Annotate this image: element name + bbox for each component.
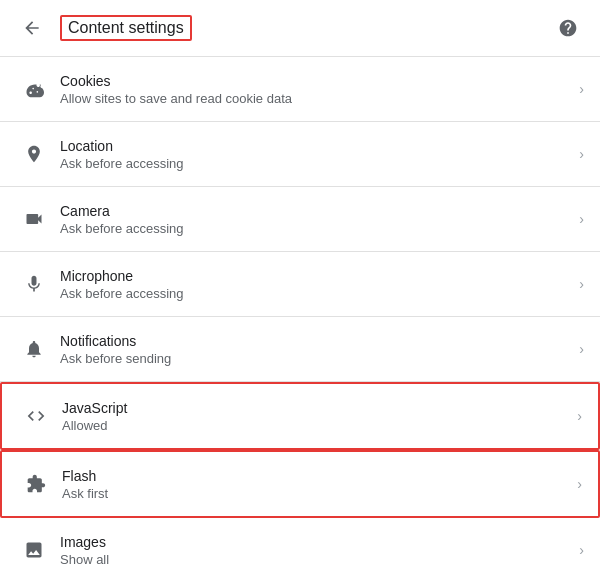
back-button[interactable] xyxy=(16,12,48,44)
puzzle-icon xyxy=(18,466,54,502)
cookies-title: Cookies xyxy=(60,73,571,89)
cookies-arrow: › xyxy=(579,81,584,97)
images-arrow: › xyxy=(579,542,584,558)
cookies-content: Cookies Allow sites to save and read coo… xyxy=(60,73,571,106)
settings-item-flash[interactable]: Flash Ask first › xyxy=(0,450,600,518)
microphone-subtitle: Ask before accessing xyxy=(60,286,571,301)
header-left: Content settings xyxy=(16,12,192,44)
help-icon xyxy=(558,18,578,38)
location-arrow: › xyxy=(579,146,584,162)
camera-subtitle: Ask before accessing xyxy=(60,221,571,236)
settings-item-notifications[interactable]: Notifications Ask before sending › xyxy=(0,317,600,382)
microphone-content: Microphone Ask before accessing xyxy=(60,268,571,301)
camera-content: Camera Ask before accessing xyxy=(60,203,571,236)
bell-icon xyxy=(16,331,52,367)
image-icon xyxy=(16,532,52,568)
settings-item-microphone[interactable]: Microphone Ask before accessing › xyxy=(0,252,600,317)
settings-item-cookies[interactable]: Cookies Allow sites to save and read coo… xyxy=(0,57,600,122)
cookie-icon xyxy=(16,71,52,107)
camera-arrow: › xyxy=(579,211,584,227)
notifications-arrow: › xyxy=(579,341,584,357)
location-subtitle: Ask before accessing xyxy=(60,156,571,171)
images-subtitle: Show all xyxy=(60,552,571,567)
notifications-title: Notifications xyxy=(60,333,571,349)
settings-list: Cookies Allow sites to save and read coo… xyxy=(0,57,600,572)
microphone-title: Microphone xyxy=(60,268,571,284)
page-title: Content settings xyxy=(68,19,184,36)
header: Content settings xyxy=(0,0,600,57)
flash-title: Flash xyxy=(62,468,569,484)
camera-title: Camera xyxy=(60,203,571,219)
flash-content: Flash Ask first xyxy=(62,468,569,501)
cookies-subtitle: Allow sites to save and read cookie data xyxy=(60,91,571,106)
javascript-subtitle: Allowed xyxy=(62,418,569,433)
location-icon xyxy=(16,136,52,172)
camera-icon xyxy=(16,201,52,237)
microphone-arrow: › xyxy=(579,276,584,292)
javascript-arrow: › xyxy=(577,408,582,424)
settings-item-images[interactable]: Images Show all › xyxy=(0,518,600,572)
images-content: Images Show all xyxy=(60,534,571,567)
location-content: Location Ask before accessing xyxy=(60,138,571,171)
notifications-subtitle: Ask before sending xyxy=(60,351,571,366)
flash-subtitle: Ask first xyxy=(62,486,569,501)
help-button[interactable] xyxy=(552,12,584,44)
location-title: Location xyxy=(60,138,571,154)
flash-arrow: › xyxy=(577,476,582,492)
images-title: Images xyxy=(60,534,571,550)
javascript-content: JavaScript Allowed xyxy=(62,400,569,433)
notifications-content: Notifications Ask before sending xyxy=(60,333,571,366)
code-icon xyxy=(18,398,54,434)
settings-item-camera[interactable]: Camera Ask before accessing › xyxy=(0,187,600,252)
settings-item-location[interactable]: Location Ask before accessing › xyxy=(0,122,600,187)
back-icon xyxy=(22,18,42,38)
page-title-box: Content settings xyxy=(60,15,192,41)
javascript-title: JavaScript xyxy=(62,400,569,416)
microphone-icon xyxy=(16,266,52,302)
settings-item-javascript[interactable]: JavaScript Allowed › xyxy=(0,382,600,450)
